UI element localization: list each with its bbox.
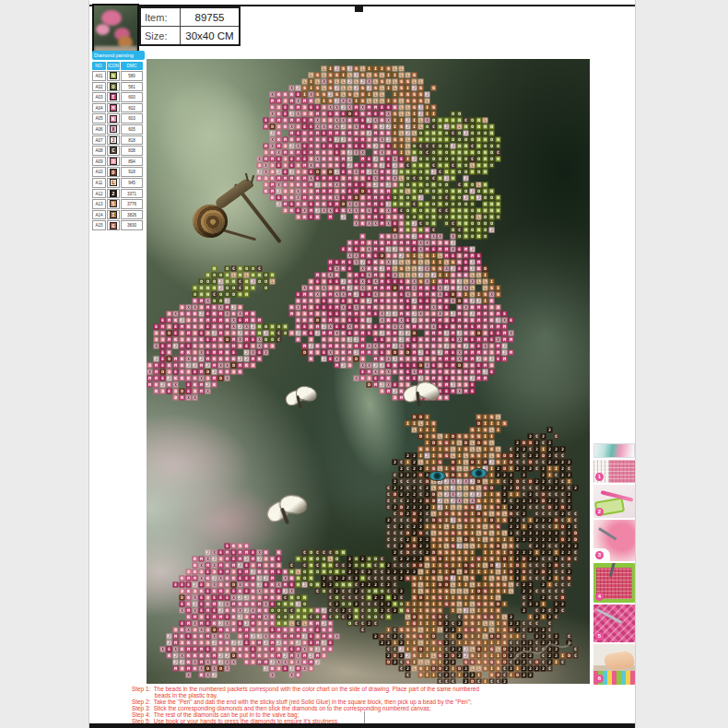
top-border-notch — [355, 6, 363, 12]
legend-dmc: 3830 — [121, 220, 143, 230]
snail-shell — [193, 205, 228, 238]
step-photo-s2: 2 — [593, 485, 635, 518]
legend-no: A12 — [92, 189, 106, 199]
legend-symbol: C — [110, 147, 117, 154]
pattern-preview — [147, 59, 590, 684]
legend-no: A03 — [92, 92, 106, 102]
legend-symbol: G — [110, 222, 117, 229]
size-value: 30x40 CM — [181, 27, 239, 44]
legend-symbol-cell: 2 — [107, 189, 120, 199]
thumbnail-rose — [96, 24, 110, 35]
legend-row: A08C838 — [92, 146, 145, 156]
legend-no: A10 — [92, 167, 106, 177]
legend-row: A06X605 — [92, 124, 145, 135]
legend-dmc: 603 — [121, 113, 143, 123]
legend-symbol-cell: L — [107, 178, 120, 188]
legend-no: A15 — [92, 220, 106, 230]
legend-symbol-cell: X — [107, 124, 120, 135]
legend-row: A14I3826 — [92, 210, 145, 220]
legend-no: A07 — [92, 135, 106, 146]
legend-symbol: X — [110, 125, 117, 133]
legend-symbol: O — [110, 83, 117, 90]
step-number-badge: 4 — [595, 593, 604, 601]
legend-symbol-cell: G — [107, 220, 120, 230]
item-value: 89755 — [181, 8, 239, 26]
legend-dmc: 838 — [121, 146, 143, 156]
legend-no: A08 — [92, 146, 106, 156]
snail-illustration — [185, 168, 287, 260]
column-icon: ICON — [107, 62, 120, 70]
page-background: Item: 89755 Size: 30x40 CM Diamond paint… — [0, 0, 728, 728]
legend-row: A10D918 — [92, 167, 145, 177]
legend-row: A07J818 — [92, 135, 145, 146]
legend-dmc: 945 — [121, 178, 143, 188]
legend-symbol: L — [110, 179, 117, 186]
legend-row: A13S3776 — [92, 199, 145, 209]
cat-eye-left — [429, 471, 446, 481]
legend-symbol-cell: I — [107, 210, 120, 220]
legend-dmc: 581 — [121, 82, 143, 92]
product-sheet: Item: 89755 Size: 30x40 CM Diamond paint… — [89, 0, 635, 728]
legend-symbol-cell: C — [107, 146, 120, 156]
kit-instruction-photos: 123456 — [593, 443, 635, 687]
legend-no: A14 — [92, 210, 106, 220]
step-number-badge: 2 — [595, 508, 604, 516]
legend-dmc: 894 — [121, 157, 143, 167]
legend-row: A05K603 — [92, 113, 145, 123]
color-chart-rows: A01N580A02O581A03E600A04M602A05K603A06X6… — [92, 71, 145, 230]
step-photo-kit — [593, 443, 635, 458]
legend-symbol: S — [110, 200, 117, 207]
legend-row: A11L945 — [92, 178, 145, 188]
artist-signature — [510, 634, 576, 669]
legend-no: A01 — [92, 71, 106, 81]
legend-symbol-cell: O — [107, 82, 120, 92]
column-no: NO. — [92, 62, 106, 70]
butterfly-illustration — [400, 379, 442, 416]
size-label: Size: — [141, 27, 181, 44]
legend-symbol: I — [110, 211, 117, 218]
item-label: Item: — [141, 8, 181, 26]
legend-symbol-cell: S — [107, 199, 120, 209]
bottom-border — [89, 723, 635, 728]
legend-dmc: 3776 — [121, 199, 143, 209]
step-number-badge: 5 — [595, 632, 604, 640]
legend-symbol: N — [110, 72, 117, 79]
color-chart-header: NO. ICON DMC — [92, 62, 145, 70]
legend-dmc: 3826 — [121, 210, 143, 220]
legend-symbol: 2 — [110, 190, 117, 197]
legend-no: A04 — [92, 103, 106, 113]
butterfly-illustration — [285, 386, 318, 414]
legend-row: A03E600 — [92, 92, 145, 102]
legend-dmc: 600 — [121, 92, 143, 102]
diamond-symbol-overlay — [147, 59, 590, 684]
pressing-hand — [604, 651, 635, 671]
legend-symbol-cell: 3 — [107, 157, 120, 167]
legend-dmc: 818 — [121, 135, 143, 146]
legend-dmc: 3371 — [121, 189, 143, 199]
step-number-badge: 1 — [595, 473, 604, 481]
step-number-badge: 3 — [595, 551, 604, 559]
legend-dmc: 602 — [121, 103, 143, 113]
step-number-badge: 6 — [595, 675, 604, 683]
artwork-thumbnail — [92, 4, 139, 55]
legend-symbol-cell: M — [107, 103, 120, 113]
legend-dmc: 918 — [121, 167, 143, 177]
item-row: Item: 89755 — [141, 8, 239, 27]
legend-row: A15G3830 — [92, 220, 145, 230]
legend-symbol-cell: N — [107, 71, 120, 81]
legend-symbol-cell: E — [107, 92, 120, 102]
legend-symbol: E — [110, 93, 117, 100]
legend-symbol-cell: K — [107, 113, 120, 123]
size-row: Size: 30x40 CM — [141, 27, 239, 44]
legend-row: A04M602 — [92, 103, 145, 113]
legend-symbol-cell: D — [107, 167, 120, 177]
cat-eye-right — [470, 468, 487, 478]
legend-no: A11 — [92, 178, 106, 188]
legend-symbol: J — [110, 136, 117, 144]
color-chart: Diamond painting NO. ICON DMC A01N580A02… — [92, 51, 145, 231]
legend-no: A13 — [92, 199, 106, 209]
pick-pen — [596, 608, 622, 624]
column-dmc: DMC — [121, 62, 143, 70]
cursor-mark — [364, 711, 365, 723]
step-photo-s1: 1 — [593, 460, 635, 483]
